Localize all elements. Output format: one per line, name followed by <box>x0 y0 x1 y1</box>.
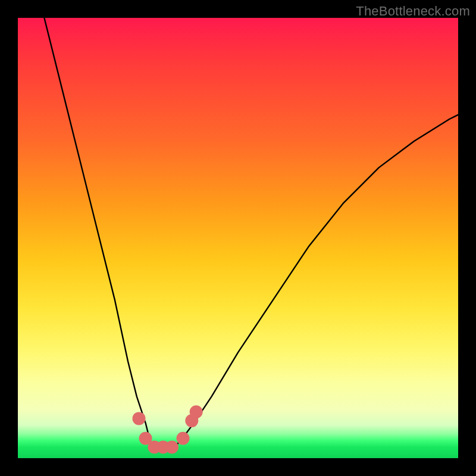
left-upper-marker <box>133 412 146 425</box>
watermark-text: TheBottleneck.com <box>356 4 470 19</box>
bottleneck-curve <box>44 18 458 449</box>
curve-layer <box>18 18 458 458</box>
plot-area <box>18 18 458 458</box>
right-upper2-marker <box>190 405 203 418</box>
right-lower-marker <box>177 432 190 445</box>
chart-frame: TheBottleneck.com <box>0 0 476 476</box>
curve-markers <box>133 405 203 453</box>
trough-marker-3 <box>165 441 178 454</box>
